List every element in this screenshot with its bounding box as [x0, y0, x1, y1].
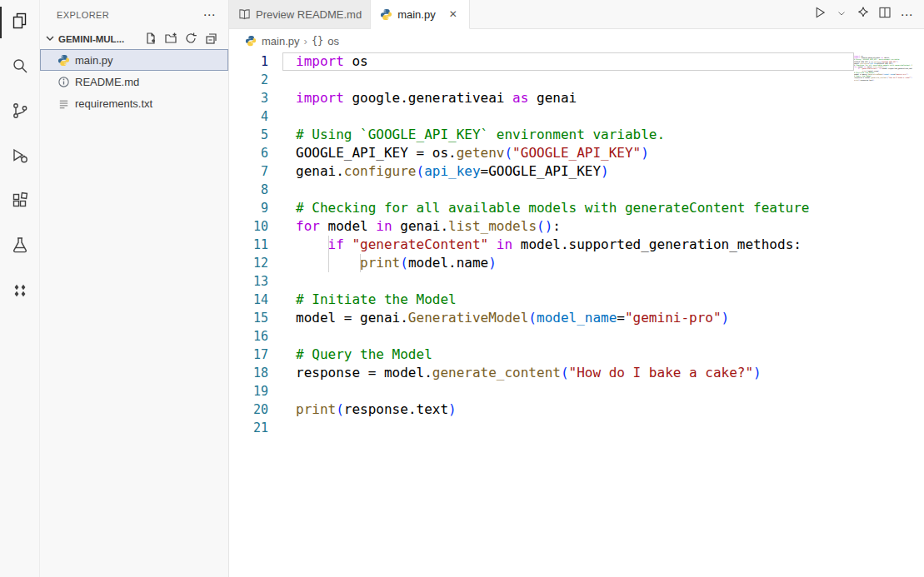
code-line[interactable]: 13	[229, 272, 854, 291]
new-folder-icon	[164, 32, 177, 47]
breadcrumb: main.py › {} os	[229, 29, 924, 52]
ellipsis-icon: ⋯	[901, 8, 913, 21]
chevron-down-icon	[837, 7, 847, 22]
explorer-section-actions	[142, 30, 220, 48]
code-line[interactable]: 12 print(model.name)	[229, 254, 854, 272]
sparkle-icon	[856, 5, 871, 23]
code-line[interactable]: 8	[229, 181, 854, 199]
sidebar-title-row: EXPLORER ⋯	[40, 0, 228, 29]
code-line[interactable]: 3import google.generativeai as genai	[229, 89, 854, 107]
python-icon	[244, 34, 257, 47]
source-control-icon	[10, 101, 30, 124]
file-list: main.py README.md requirements.txt	[40, 49, 228, 114]
search-icon	[10, 56, 30, 79]
code-line[interactable]: 20print(response.text)	[229, 400, 854, 419]
file-name: requirements.txt	[75, 97, 152, 110]
code-line[interactable]: 10for model in genai.list_models():	[229, 217, 854, 236]
collapse-all-button[interactable]	[202, 30, 220, 48]
testing-icon	[10, 236, 30, 259]
new-file-icon	[144, 32, 157, 47]
code-line[interactable]: 15model = genai.GenerativeModel(model_na…	[229, 309, 854, 327]
activity-testing[interactable]	[0, 225, 40, 270]
code-line[interactable]: 16	[229, 327, 854, 346]
file-row-readme-md[interactable]: README.md	[40, 71, 228, 92]
python-icon	[57, 53, 70, 67]
run-button[interactable]	[811, 5, 829, 23]
code-line[interactable]: 17# Query the Model	[229, 346, 854, 364]
activity-extensions[interactable]	[0, 180, 40, 225]
code-line[interactable]: 6GOOGLE_API_KEY = os.getenv("GOOGLE_API_…	[229, 144, 854, 162]
markdown-preview-icon	[237, 7, 251, 21]
minimap-content: import osimport google.generativeai as g…	[854, 55, 912, 81]
editor-actions: ⋯	[811, 0, 924, 28]
code-line[interactable]: 1import os	[229, 52, 854, 71]
code-line[interactable]: 4	[229, 107, 854, 126]
explorer-more-actions-button[interactable]: ⋯	[200, 6, 218, 24]
new-folder-button[interactable]	[162, 30, 180, 48]
chevron-down-icon	[43, 32, 57, 47]
python-icon	[379, 7, 392, 21]
extensions-icon	[10, 191, 30, 214]
text-file-icon	[57, 97, 70, 110]
code-line[interactable]: 14# Initiate the Model	[229, 291, 854, 309]
tab-label: Preview README.md	[256, 8, 362, 21]
symbol-namespace-icon: {}	[312, 35, 323, 47]
info-icon	[57, 75, 70, 88]
run-debug-icon	[10, 146, 30, 169]
activity-explorer[interactable]	[0, 0, 40, 45]
tab-strip-empty-space	[470, 0, 811, 28]
gemini-sparkle-icon	[10, 281, 30, 304]
code-line[interactable]: 2	[229, 71, 854, 89]
play-icon	[812, 5, 827, 23]
file-name: README.md	[75, 76, 139, 88]
split-editor-icon	[877, 5, 892, 23]
activity-source-control[interactable]	[0, 90, 40, 135]
gemini-sparkle-button[interactable]	[854, 5, 872, 23]
file-row-main-py[interactable]: main.py	[40, 49, 228, 71]
sidebar-title: EXPLORER	[57, 10, 200, 20]
refresh-icon	[184, 32, 197, 47]
sidebar-explorer: EXPLORER ⋯ GEMINI-MUL... main	[40, 0, 229, 577]
file-name: main.py	[75, 54, 113, 67]
split-editor-button[interactable]	[876, 5, 894, 23]
code-line[interactable]: 5# Using `GOOGLE_API_KEY` environment va…	[229, 126, 854, 144]
workspace-folder-name: GEMINI-MUL...	[58, 34, 142, 44]
code-line[interactable]: 18response = model.generate_content("How…	[229, 364, 854, 382]
activity-search[interactable]	[0, 45, 40, 90]
activity-run-debug[interactable]	[0, 135, 40, 180]
code-line[interactable]: 7genai.configure(api_key=GOOGLE_API_KEY)	[229, 162, 854, 181]
explorer-section-header[interactable]: GEMINI-MUL...	[40, 29, 228, 49]
breadcrumb-symbol[interactable]: os	[327, 35, 339, 47]
editor-group: Preview README.md main.py ✕ ⋯	[229, 0, 924, 577]
code-line[interactable]: 11 if "generateContent" in model.support…	[229, 236, 854, 254]
more-actions-button[interactable]: ⋯	[897, 5, 916, 23]
run-dropdown-button[interactable]	[832, 5, 851, 23]
vscode-window: EXPLORER ⋯ GEMINI-MUL... main	[0, 0, 924, 577]
minimap[interactable]: import osimport google.generativeai as g…	[854, 55, 912, 81]
code-lines: 1import os23import google.generativeai a…	[229, 52, 854, 437]
new-file-button[interactable]	[142, 30, 160, 48]
tab-main-py[interactable]: main.py ✕	[371, 0, 470, 29]
code-editor[interactable]: 1import os23import google.generativeai a…	[229, 52, 924, 577]
activity-bar	[0, 0, 40, 577]
code-line[interactable]: 9# Checking for all available models wit…	[229, 199, 854, 217]
breadcrumb-file[interactable]: main.py	[262, 35, 300, 47]
close-icon[interactable]: ✕	[446, 7, 461, 22]
file-row-requirements-txt[interactable]: requirements.txt	[40, 92, 228, 114]
code-line[interactable]: 21	[229, 419, 854, 437]
activity-gemini[interactable]	[0, 270, 40, 315]
collapse-all-icon	[204, 32, 217, 47]
tab-preview-readme[interactable]: Preview README.md	[229, 0, 371, 28]
tab-bar: Preview README.md main.py ✕ ⋯	[229, 0, 924, 29]
code-line[interactable]: 19	[229, 382, 854, 400]
files-icon	[10, 11, 30, 34]
breadcrumb-separator: ›	[304, 35, 307, 47]
refresh-button[interactable]	[182, 30, 200, 48]
ellipsis-icon: ⋯	[203, 8, 216, 21]
tab-label: main.py	[397, 8, 436, 21]
